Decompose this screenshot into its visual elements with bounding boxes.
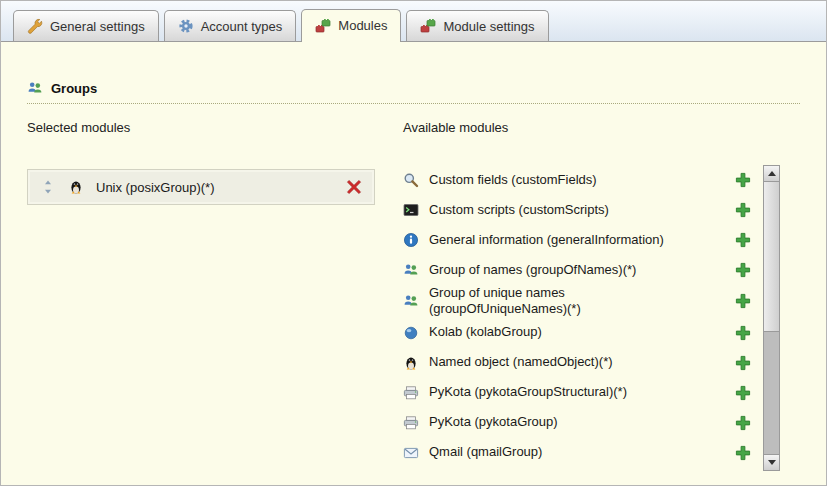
- plus-icon: [735, 172, 751, 188]
- plus-icon: [735, 232, 751, 248]
- add-module-button[interactable]: [735, 172, 751, 188]
- available-module-row: Custom fields (customFields): [403, 165, 751, 195]
- section-title: Groups: [51, 81, 97, 96]
- remove-module-button[interactable]: [346, 179, 362, 195]
- available-module-row: Custom scripts (customScripts): [403, 195, 751, 225]
- add-module-button[interactable]: [735, 202, 751, 218]
- printer-icon: [403, 415, 419, 431]
- plus-icon: [735, 325, 751, 341]
- add-module-button[interactable]: [735, 355, 751, 371]
- selected-modules-box: Unix (posixGroup)(*): [27, 169, 375, 205]
- add-module-button[interactable]: [735, 415, 751, 431]
- module-label: Qmail (qmailGroup): [429, 444, 542, 460]
- available-module-row: PyKota (pykotaGroup): [403, 408, 751, 438]
- module-label: Group of names (groupOfNames)(*): [429, 262, 636, 278]
- plus-icon: [735, 202, 751, 218]
- plus-icon: [735, 385, 751, 401]
- selected-module-row: Unix (posixGroup)(*): [30, 172, 372, 202]
- available-module-row: Kolab (kolabGroup): [403, 318, 751, 348]
- module-label: General information (generalInformation): [429, 232, 664, 248]
- tab-label: Account types: [201, 19, 283, 34]
- available-module-row: Qmail (qmailGroup): [403, 438, 751, 468]
- printer-icon: [403, 385, 419, 401]
- module-label: PyKota (pykotaGroupStructural)(*): [429, 384, 627, 400]
- module-label: Named object (namedObject)(*): [429, 354, 613, 370]
- group-icon: [403, 293, 419, 309]
- scrollbar[interactable]: [763, 165, 780, 471]
- info-icon: [403, 232, 419, 248]
- available-modules-list: Custom fields (customFields)Custom scrip…: [403, 165, 751, 471]
- available-module-row: Group of unique names (groupOfUniqueName…: [403, 285, 751, 318]
- delete-icon: [346, 179, 362, 195]
- available-module-row: Group of names (groupOfNames)(*): [403, 255, 751, 285]
- script-icon: [403, 202, 419, 218]
- tux-icon: [403, 355, 419, 371]
- mail-icon: [403, 445, 419, 461]
- module-label: Unix (posixGroup)(*): [96, 180, 214, 195]
- scroll-up-button[interactable]: [764, 166, 779, 182]
- arrow-up-icon: [768, 171, 776, 176]
- wrench-icon: [27, 18, 43, 34]
- gear-icon: [178, 18, 194, 34]
- scroll-track[interactable]: [764, 182, 779, 454]
- module-label: Kolab (kolabGroup): [429, 324, 542, 340]
- plus-icon: [735, 415, 751, 431]
- selected-modules-column: Selected modules Unix (posixGroup)(*): [27, 120, 375, 471]
- content-area: Groups Selected modules Unix (posixGroup…: [1, 80, 826, 471]
- scroll-thumb[interactable]: [764, 182, 779, 332]
- plus-icon: [735, 293, 751, 309]
- scroll-down-button[interactable]: [764, 454, 779, 470]
- sort-handle-icon[interactable]: [40, 179, 56, 195]
- modules-columns: Selected modules Unix (posixGroup)(*) Av…: [27, 120, 800, 471]
- add-module-button[interactable]: [735, 293, 751, 309]
- add-module-button[interactable]: [735, 445, 751, 461]
- tab-bar: General settingsAccount typesModulesModu…: [1, 1, 826, 42]
- add-module-button[interactable]: [735, 232, 751, 248]
- available-modules-heading: Available modules: [403, 120, 800, 135]
- tab-modules[interactable]: Modules: [301, 9, 401, 42]
- available-modules-area: Custom fields (customFields)Custom scrip…: [403, 165, 800, 471]
- plus-icon: [735, 262, 751, 278]
- tab-account-types[interactable]: Account types: [164, 10, 297, 41]
- available-modules-column: Available modules Custom fields (customF…: [403, 120, 800, 471]
- module-label: PyKota (pykotaGroup): [429, 414, 558, 430]
- add-module-button[interactable]: [735, 262, 751, 278]
- group-icon: [27, 80, 43, 96]
- tux-icon: [68, 179, 84, 195]
- tab-module-settings[interactable]: Module settings: [406, 10, 548, 41]
- lam-configuration-window: General settingsAccount typesModulesModu…: [0, 0, 827, 486]
- add-module-button[interactable]: [735, 385, 751, 401]
- plus-icon: [735, 355, 751, 371]
- module-label: Custom scripts (customScripts): [429, 202, 609, 218]
- tab-label: General settings: [50, 19, 145, 34]
- available-module-row: Named object (namedObject)(*): [403, 348, 751, 378]
- module-label: Custom fields (customFields): [429, 172, 597, 188]
- module-label: Group of unique names (groupOfUniqueName…: [429, 285, 701, 318]
- available-module-row: General information (generalInformation): [403, 225, 751, 255]
- kolab-icon: [403, 325, 419, 341]
- modules-icon: [420, 18, 436, 34]
- add-module-button[interactable]: [735, 325, 751, 341]
- available-module-row: PyKota (pykotaGroupStructural)(*): [403, 378, 751, 408]
- magnifier-icon: [403, 172, 419, 188]
- tab-general-settings[interactable]: General settings: [13, 10, 159, 41]
- groups-section-header: Groups: [27, 80, 800, 104]
- selected-modules-heading: Selected modules: [27, 120, 375, 135]
- tab-label: Module settings: [443, 19, 534, 34]
- plus-icon: [735, 445, 751, 461]
- tab-label: Modules: [338, 18, 387, 33]
- group-icon: [403, 262, 419, 278]
- modules-icon: [315, 18, 331, 34]
- arrow-down-icon: [768, 460, 776, 465]
